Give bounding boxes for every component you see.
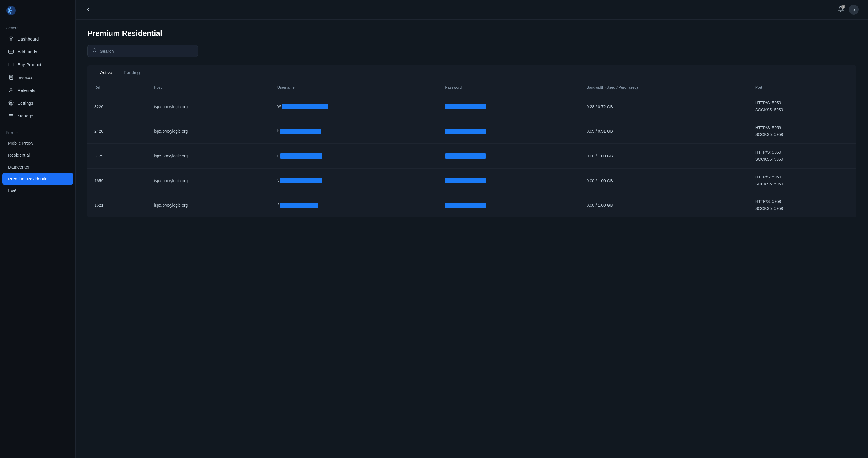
- username-prefix: b: [277, 128, 280, 133]
- svg-point-10: [10, 88, 12, 90]
- cell-username: W: [270, 94, 438, 119]
- topbar: i e: [76, 0, 868, 20]
- cell-port: HTTP/S: 5959SOCKS5: 5959: [748, 168, 856, 193]
- sidebar-item-invoices[interactable]: Invoices: [2, 71, 73, 83]
- cell-bandwidth: 0.00 / 1.00 GB: [580, 193, 748, 218]
- cell-ref: 1659: [87, 168, 147, 193]
- sidebar-item-referrals[interactable]: Referrals: [2, 84, 73, 96]
- cell-bandwidth: 0.00 / 1.00 GB: [580, 144, 748, 169]
- sidebar-item-add-funds[interactable]: Add funds: [2, 46, 73, 58]
- sidebar-item-label: Dashboard: [18, 36, 39, 41]
- table-row: 3226 ispx.proxylogic.org W 0.28 / 0.72 G…: [87, 94, 856, 119]
- username-prefix: 3: [277, 203, 280, 207]
- col-port: Port: [748, 81, 856, 94]
- table-row: 3129 ispx.proxylogic.org u 0.00 / 1.00 G…: [87, 144, 856, 169]
- cell-username: 3: [270, 168, 438, 193]
- page-content-area: Premium Residential Active Pending: [76, 20, 868, 458]
- cell-password: [438, 168, 579, 193]
- cell-password: [438, 119, 579, 144]
- cell-bandwidth: 0.28 / 0.72 GB: [580, 94, 748, 119]
- proxies-section-label: Proxies —: [0, 126, 75, 137]
- wallet-icon: [8, 49, 14, 55]
- search-container: [87, 45, 198, 57]
- cell-port: HTTP/S: 5959SOCKS5: 5959: [748, 94, 856, 119]
- sidebar-item-datacenter[interactable]: Datacenter: [2, 161, 73, 173]
- username-prefix: 3: [277, 178, 280, 182]
- cell-host: ispx.proxylogic.org: [147, 119, 270, 144]
- data-table: Ref Host Username Password Bandwidth (Us…: [87, 81, 856, 218]
- username-prefix: W: [277, 104, 281, 109]
- sidebar-item-label: Residential: [8, 152, 30, 158]
- svg-rect-2: [9, 50, 14, 53]
- sidebar-item-label: Referrals: [18, 88, 35, 93]
- sidebar-item-label: Mobile Proxy: [8, 141, 33, 145]
- cell-username: 3: [270, 193, 438, 218]
- tabs-bar: Active Pending: [87, 65, 856, 81]
- col-ref: Ref: [87, 81, 147, 94]
- cell-port: HTTP/S: 5959SOCKS5: 5959: [748, 144, 856, 169]
- svg-point-11: [10, 102, 12, 104]
- sidebar-item-label: Settings: [18, 101, 33, 106]
- sidebar-item-settings[interactable]: Settings: [2, 97, 73, 109]
- cell-username: u: [270, 144, 438, 169]
- sidebar-item-dashboard[interactable]: Dashboard: [2, 33, 73, 45]
- svg-point-1: [10, 10, 12, 11]
- gear-icon: [8, 100, 14, 106]
- svg-line-16: [96, 51, 96, 52]
- collapse-proxies-icon: —: [66, 130, 70, 135]
- search-icon: [92, 48, 97, 54]
- password-masked: [445, 129, 486, 134]
- general-section-label: General —: [0, 21, 75, 32]
- cell-password: [438, 193, 579, 218]
- username-prefix: u: [277, 153, 280, 158]
- password-masked: [445, 104, 486, 109]
- sidebar-item-mobile-proxy[interactable]: Mobile Proxy: [2, 137, 73, 149]
- cell-host: ispx.proxylogic.org: [147, 193, 270, 218]
- table-row: 1621 ispx.proxylogic.org 3 0.00 / 1.00 G…: [87, 193, 856, 218]
- topbar-right: i e: [838, 5, 859, 15]
- cell-host: ispx.proxylogic.org: [147, 168, 270, 193]
- sidebar-item-manage[interactable]: Manage: [2, 110, 73, 122]
- svg-rect-4: [9, 63, 13, 66]
- cell-ref: 3226: [87, 94, 147, 119]
- username-masked: [280, 129, 321, 134]
- main-content: i e Premium Residential Active Pending: [76, 0, 868, 458]
- cell-ref: 2420: [87, 119, 147, 144]
- tab-pending[interactable]: Pending: [118, 65, 146, 80]
- col-username: Username: [270, 81, 438, 94]
- table-container: Ref Host Username Password Bandwidth (Us…: [87, 81, 856, 218]
- cell-port: HTTP/S: 5959SOCKS5: 5959: [748, 119, 856, 144]
- col-host: Host: [147, 81, 270, 94]
- cell-bandwidth: 0.09 / 0.91 GB: [580, 119, 748, 144]
- topbar-left: [85, 6, 91, 13]
- collapse-icon: —: [66, 26, 70, 30]
- back-button[interactable]: [85, 6, 91, 13]
- cell-host: ispx.proxylogic.org: [147, 94, 270, 119]
- col-password: Password: [438, 81, 579, 94]
- username-masked: [282, 104, 328, 109]
- search-input[interactable]: [100, 49, 193, 54]
- sidebar-item-label: Datacenter: [8, 165, 29, 169]
- home-icon: [8, 36, 14, 42]
- sidebar-item-label: Ipv6: [8, 188, 16, 193]
- logo-area: [0, 0, 75, 21]
- notification-button[interactable]: i: [838, 6, 844, 14]
- page-title: Premium Residential: [87, 29, 856, 38]
- avatar[interactable]: e: [849, 5, 859, 15]
- sidebar-item-label: Buy Product: [18, 62, 41, 67]
- sidebar-item-ipv6[interactable]: Ipv6: [2, 185, 73, 197]
- card-icon: [8, 61, 14, 67]
- sidebar-item-label: Invoices: [18, 75, 33, 80]
- sidebar-item-buy-product[interactable]: Buy Product: [2, 58, 73, 70]
- svg-point-15: [93, 49, 96, 52]
- username-masked: [280, 153, 322, 159]
- tab-active[interactable]: Active: [94, 65, 118, 80]
- cell-bandwidth: 0.00 / 1.00 GB: [580, 168, 748, 193]
- cell-ref: 3129: [87, 144, 147, 169]
- username-masked: [280, 203, 318, 208]
- table-row: 2420 ispx.proxylogic.org b 0.09 / 0.91 G…: [87, 119, 856, 144]
- manage-icon: [8, 113, 14, 119]
- password-masked: [445, 203, 486, 208]
- sidebar-item-premium-residential[interactable]: Premium Residential: [2, 173, 73, 184]
- sidebar-item-residential[interactable]: Residential: [2, 149, 73, 161]
